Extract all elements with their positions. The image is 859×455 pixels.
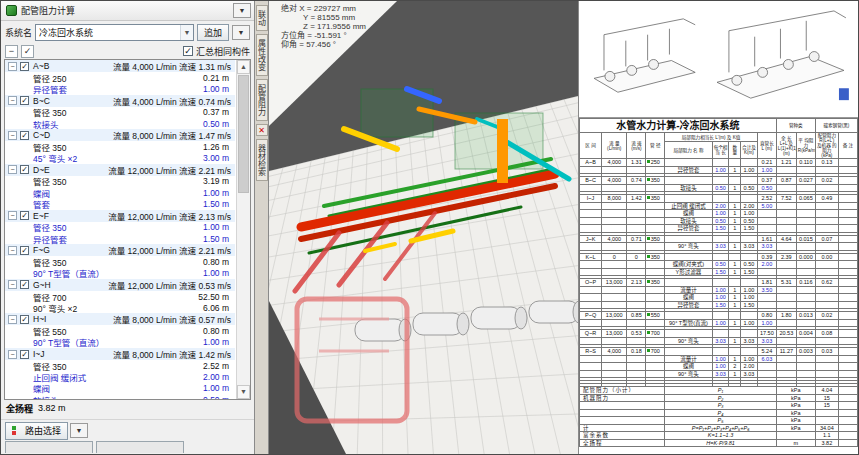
fitting-name: 异径管套 (665, 225, 712, 233)
segment-header[interactable]: −✓F~G流量 12,000 L/min 流速 2.21 m/s (5, 244, 235, 256)
segment-component-row[interactable]: 管径 3500.37 m (5, 107, 235, 118)
segment-component-row[interactable]: 软接头0.50 m (5, 118, 235, 129)
segment-component-row[interactable]: 90° 弯头 ×26.06 m (5, 302, 235, 313)
scroll-up-icon[interactable]: ▲ (237, 60, 250, 74)
system-select[interactable]: 冷冻回水系统 ▼ (35, 24, 194, 41)
fitting-name: 流量计 (665, 355, 712, 363)
table-cell (627, 268, 646, 276)
segment-component-row[interactable]: 90° T型管（直流）1.00 m (5, 337, 235, 348)
segment-component-row[interactable]: 管套1.50 m (5, 198, 235, 209)
segment-checkbox[interactable]: ✓ (20, 246, 29, 255)
add-dropdown-button[interactable]: ▼ (232, 25, 250, 40)
collapse-icon[interactable]: − (8, 211, 17, 220)
segment-checkbox[interactable]: ✓ (20, 315, 29, 324)
table-cell (729, 177, 741, 185)
side-tab-4[interactable]: 器材检索 (256, 139, 268, 181)
table-cell (627, 217, 646, 225)
cell-section: Q~R (580, 330, 602, 338)
table-cell (602, 355, 627, 363)
vertical-tabstrip: 联动属性改变配管阻力✕器材检索 (255, 1, 269, 454)
segment-header[interactable]: −✓D~E流量 12,000 L/min 流速 2.21 m/s (5, 164, 235, 176)
chevron-down-icon[interactable]: ▼ (180, 25, 193, 40)
check-all-button[interactable]: ✓ (21, 45, 34, 58)
header-local-name: 局部阻力 名 称 (665, 142, 712, 159)
component-label: 管径 350 (33, 256, 67, 268)
table-cell (646, 268, 665, 276)
route-dropdown-button[interactable]: ▼ (70, 423, 88, 438)
segment-header[interactable]: −✓C~D流量 8,000 L/min 流速 1.47 m/s (5, 129, 235, 141)
side-tab-3[interactable]: 配管阻力 (256, 79, 268, 121)
segment-component-row[interactable]: 管径 3501.26 m (5, 141, 235, 152)
segment-component-row[interactable]: 异径管套1.00 m (5, 83, 235, 94)
side-tab-1[interactable]: 联动 (256, 5, 268, 31)
clipped-button[interactable] (5, 441, 93, 453)
panel-menu-button[interactable]: ▼ (233, 3, 251, 18)
segment-header[interactable]: −✓E~F流量 12,000 L/min 流速 2.13 m/s (5, 210, 235, 222)
table-cell (838, 184, 857, 192)
segment-checkbox[interactable]: ✓ (20, 350, 29, 359)
segment-component-row[interactable]: 管径 3500.80 m (5, 256, 235, 267)
segment-component-row[interactable]: 管径 3502.52 m (5, 360, 235, 371)
collapse-icon[interactable]: − (8, 131, 17, 140)
scrollbar-thumb[interactable] (238, 75, 249, 193)
summarize-checkbox-label: 汇总相同构件 (196, 45, 250, 58)
segment-component-row[interactable]: 管径 3501.00 m (5, 222, 235, 233)
collapse-all-button[interactable]: − (5, 45, 18, 58)
viewport-area: 联动属性改变配管阻力✕器材检索 绝对 X = 229727 mm Y = 815… (255, 1, 578, 454)
table-cell (602, 184, 627, 192)
route-select-button[interactable]: 路由选择 (5, 422, 68, 440)
segment-header[interactable]: −✓A~B流量 4,000 L/min 流速 1.31 m/s (5, 60, 235, 72)
segment-component-row[interactable]: 蝶阀1.00 m (5, 187, 235, 198)
collapse-icon[interactable]: − (8, 165, 17, 174)
clipped-button[interactable] (96, 441, 184, 453)
segment-component-row[interactable]: 管径 70052.50 m (5, 291, 235, 302)
collapse-icon[interactable]: − (8, 62, 17, 71)
segment-list[interactable]: −✓A~B流量 4,000 L/min 流速 1.31 m/s管径 2500.2… (4, 59, 251, 400)
segment-checkbox[interactable]: ✓ (20, 62, 29, 71)
segment-component-row[interactable]: 止回阀 缓闭式2.00 m (5, 371, 235, 382)
cell-section: P~Q (580, 312, 602, 320)
segment-checkbox[interactable]: ✓ (20, 165, 29, 174)
segment-checkbox[interactable]: ✓ (20, 211, 29, 220)
table-cell (646, 363, 665, 371)
segment-checkbox[interactable]: ✓ (20, 131, 29, 140)
segment-header[interactable]: −✓H~I流量 8,000 L/min 流速 0.57 m/s (5, 313, 235, 325)
table-cell (646, 225, 665, 233)
summary-label (580, 402, 665, 410)
collapse-icon[interactable]: − (8, 350, 17, 359)
segment-component-row[interactable]: 蝶阀1.00 m (5, 383, 235, 394)
segment-component-row[interactable]: 90° T型管（直流）1.00 m (5, 268, 235, 279)
collapse-icon[interactable]: − (8, 96, 17, 105)
scroll-down-icon[interactable]: ▼ (237, 385, 250, 399)
list-scrollbar[interactable]: ▲ ▼ (236, 60, 250, 399)
clipped-buttons-row (1, 441, 254, 453)
collapse-icon[interactable]: − (8, 280, 17, 289)
3d-view[interactable]: 绝对 X = 229727 mm Y = 81555 mm Z = 171.95… (269, 1, 578, 454)
segment-component-row[interactable]: 管径 2500.21 m (5, 72, 235, 83)
component-value: 0.80 m (203, 326, 235, 336)
cell-r: 0.027 (796, 177, 815, 185)
segment-component-row[interactable]: 管径 5500.80 m (5, 325, 235, 336)
segment-header[interactable]: −✓B~C流量 4,000 L/min 流速 0.74 m/s (5, 95, 235, 107)
collapse-icon[interactable]: − (8, 315, 17, 324)
cell-flow: 13,000 (602, 330, 627, 338)
add-button[interactable]: 追加 (197, 24, 229, 41)
summary-row: P₄kPa (580, 409, 858, 417)
summary-note (838, 409, 857, 417)
segment-header[interactable]: −✓I~J流量 8,000 L/min 流速 1.42 m/s (5, 348, 235, 360)
segment-checkbox[interactable]: ✓ (20, 280, 29, 289)
segment-component-row[interactable]: 45° 弯头 ×23.00 m (5, 152, 235, 163)
segment-component-row[interactable]: 软接头0.50 m (5, 394, 235, 400)
table-cell (646, 370, 665, 378)
summarize-checkbox[interactable]: ✓ (183, 46, 193, 56)
segment-component-row[interactable]: 管径 3503.19 m (5, 176, 235, 187)
table-cell (815, 217, 838, 225)
segment-header[interactable]: −✓G~H流量 12,000 L/min 流速 0.53 m/s (5, 279, 235, 291)
fitting-total: 1.00 (741, 286, 758, 294)
component-label: 软接头 (33, 118, 59, 130)
segment-component-row[interactable]: 异径管套1.50 m (5, 233, 235, 244)
side-tab-2[interactable]: 属性改变 (256, 34, 268, 76)
collapse-icon[interactable]: − (8, 246, 17, 255)
close-icon[interactable]: ✕ (256, 124, 268, 136)
segment-checkbox[interactable]: ✓ (20, 96, 29, 105)
